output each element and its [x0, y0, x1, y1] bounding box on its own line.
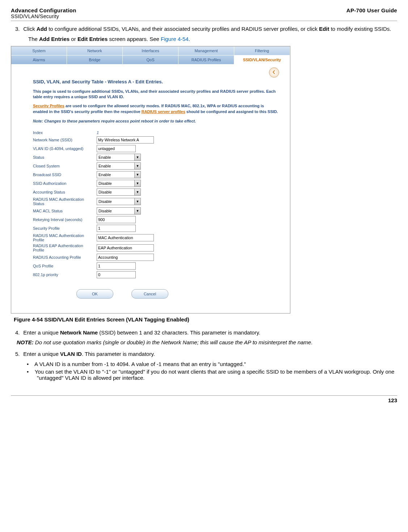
bullet-1: • A VLAN ID is a number from -1 to 4094.…	[37, 361, 397, 367]
page-footer: 123	[11, 395, 397, 403]
panel-content: SSID, VLAN, and Security Table - Wireles…	[11, 65, 290, 313]
step-4: 4. Enter a unique Network Name (SSID) be…	[22, 329, 397, 336]
chevron-down-icon: ▼	[134, 189, 140, 195]
panel-title: SSID, VLAN, and Security Table - Wireles…	[33, 79, 279, 84]
note-block: NOTE: Do not use quotation marks (single…	[33, 339, 397, 345]
macacl-select[interactable]: Disable▼	[97, 207, 141, 215]
ssid-label: Network Name (SSID)	[33, 138, 97, 142]
index-label: Index	[33, 130, 97, 135]
qos-input[interactable]	[97, 262, 136, 270]
vlan-label: VLAN ID (0-4094, untagged)	[33, 146, 97, 151]
note-text: Do not use quotation marks (single or do…	[34, 339, 313, 345]
step-number: 3.	[15, 25, 22, 33]
secprof-input[interactable]	[97, 225, 136, 232]
figure-caption: Figure 4-54 SSID/VLAN Edit Entries Scree…	[14, 316, 397, 323]
secprof-label: Security Profile	[33, 226, 97, 230]
panel-desc-2: Security Profiles are used to configure …	[33, 103, 279, 115]
broadcast-select[interactable]: Enable▼	[97, 171, 141, 178]
radius-profiles-link[interactable]: RADIUS server profiles	[142, 109, 185, 114]
screenshot-panel: System Network Interfaces Management Fil…	[11, 46, 290, 314]
step-number: 5.	[15, 350, 22, 358]
eapprof-label: RADIUS EAP Authentication Profile	[33, 244, 97, 252]
tab-ssid-vlan-security[interactable]: SSID/VLAN/Security	[234, 55, 290, 65]
cancel-button[interactable]: Cancel	[131, 289, 168, 299]
tab-alarms[interactable]: Alarms	[11, 55, 67, 65]
section-title: SSID/VLAN/Security	[11, 13, 76, 19]
radmac-select[interactable]: Disable▼	[97, 198, 141, 205]
tab-row-1: System Network Interfaces Management Fil…	[11, 46, 290, 55]
status-label: Status	[33, 155, 97, 159]
chevron-down-icon: ▼	[134, 198, 140, 205]
panel-note: Note: Changes to these parameters requir…	[33, 119, 279, 123]
priority-input[interactable]	[97, 271, 136, 278]
button-row: OK Cancel	[76, 289, 279, 299]
acct-select[interactable]: Disable▼	[97, 188, 141, 196]
broadcast-label: Broadcast SSID	[33, 173, 97, 177]
closed-select[interactable]: Enable▼	[97, 162, 141, 170]
rekey-label: Rekeying Interval (seconds)	[33, 217, 97, 222]
step-number: 4.	[15, 329, 22, 336]
eapprof-input[interactable]	[97, 244, 154, 252]
tab-filtering[interactable]: Filtering	[234, 46, 290, 55]
chevron-down-icon: ▼	[134, 180, 140, 187]
note-label: NOTE:	[17, 339, 34, 345]
page-number: 123	[388, 397, 397, 403]
radmacprof-label: RADIUS MAC Authentication Profile	[33, 233, 97, 242]
qos-label: QoS Profile	[33, 264, 97, 268]
tab-network[interactable]: Network	[67, 46, 123, 55]
step-5: 5. Enter a unique VLAN ID. This paramete…	[22, 350, 397, 358]
ssidauth-label: SSID Authorization	[33, 181, 97, 186]
acctprof-input[interactable]	[97, 254, 154, 261]
priority-label: 802.1p priority	[33, 273, 97, 277]
header-left: Advanced Configuration SSID/VLAN/Securit…	[11, 7, 76, 19]
chapter-title: Advanced Configuration	[11, 7, 76, 13]
tab-management[interactable]: Management	[178, 46, 234, 55]
acctprof-label: RADIUS Accounting Profile	[33, 255, 97, 259]
chevron-down-icon: ▼	[134, 163, 140, 169]
ssid-input[interactable]	[97, 136, 154, 144]
status-select[interactable]: Enable▼	[97, 154, 141, 161]
chevron-down-icon: ▼	[134, 208, 140, 214]
security-profiles-link[interactable]: Security Profiles	[33, 104, 64, 108]
tab-system[interactable]: System	[11, 46, 67, 55]
tab-radius-profiles[interactable]: RADIUS Profiles	[178, 55, 234, 65]
guide-name: AP-700 User Guide	[346, 7, 397, 13]
tab-bridge[interactable]: Bridge	[67, 55, 123, 65]
index-value: 1	[97, 130, 99, 135]
radmacprof-input[interactable]	[97, 234, 154, 241]
rekey-input[interactable]	[97, 216, 136, 223]
bullet-2: • You can set the VLAN ID to "-1" or "un…	[37, 369, 397, 381]
radmac-label: RADIUS MAC Authentication Status	[33, 197, 97, 206]
tab-qos[interactable]: QoS	[123, 55, 178, 65]
closed-label: Closed System	[33, 164, 97, 168]
figure-link[interactable]: Figure 4-54	[161, 36, 189, 42]
tab-interfaces[interactable]: Interfaces	[123, 46, 178, 55]
back-arrow-icon	[272, 70, 277, 75]
tab-row-2: Alarms Bridge QoS RADIUS Profiles SSID/V…	[11, 55, 290, 65]
macacl-label: MAC ACL Status	[33, 209, 97, 213]
step-3: 3. Click Add to configure additional SSI…	[22, 25, 397, 33]
page-header: Advanced Configuration SSID/VLAN/Securit…	[11, 7, 397, 21]
panel-desc-1: This page is used to configure additiona…	[33, 89, 279, 100]
vlan-input[interactable]	[97, 145, 136, 152]
ok-button[interactable]: OK	[76, 289, 113, 299]
back-button[interactable]	[269, 67, 279, 78]
step-3-line2: The Add Entries or Edit Entries screen a…	[28, 36, 397, 43]
chevron-down-icon: ▼	[134, 154, 140, 161]
acct-label: Accounting Status	[33, 190, 97, 194]
ssidauth-select[interactable]: Disable▼	[97, 180, 141, 187]
chevron-down-icon: ▼	[134, 171, 140, 178]
